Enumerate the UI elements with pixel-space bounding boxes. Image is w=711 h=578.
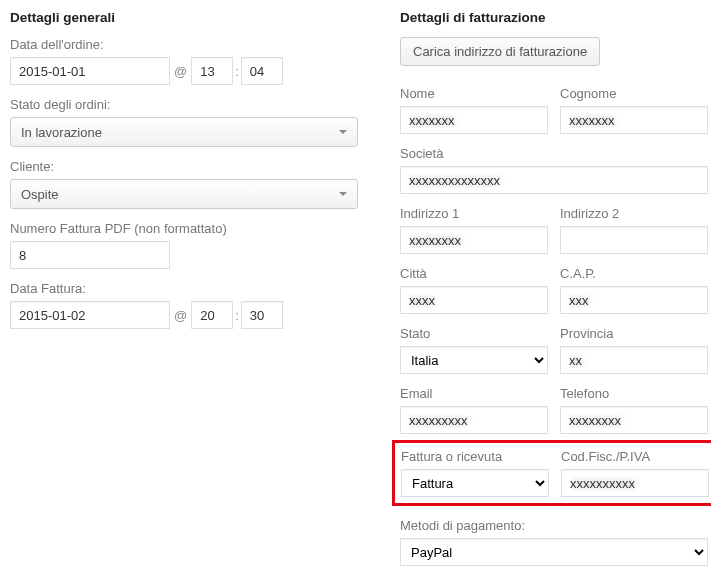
address2-input[interactable]	[560, 226, 708, 254]
postcode-label: C.A.P.	[560, 266, 708, 281]
address1-label: Indirizzo 1	[400, 206, 548, 221]
invoice-or-receipt-label: Fattura o ricevuta	[401, 449, 549, 464]
postcode-input[interactable]	[560, 286, 708, 314]
city-input[interactable]	[400, 286, 548, 314]
order-date-label: Data dell'ordine:	[10, 37, 370, 52]
phone-input[interactable]	[560, 406, 708, 434]
at-symbol: @	[174, 64, 187, 79]
fiscal-code-label: Cod.Fisc./P.IVA	[561, 449, 709, 464]
customer-value: Ospite	[21, 187, 59, 202]
email-input[interactable]	[400, 406, 548, 434]
lastname-label: Cognome	[560, 86, 708, 101]
lastname-input[interactable]	[560, 106, 708, 134]
order-min-input[interactable]	[241, 57, 283, 85]
highlight-box: Fattura o ricevuta Fattura Cod.Fisc./P.I…	[392, 440, 711, 506]
customer-select[interactable]: Ospite	[10, 179, 358, 209]
order-status-value: In lavorazione	[21, 125, 102, 140]
state-label: Stato	[400, 326, 548, 341]
email-label: Email	[400, 386, 548, 401]
general-heading: Dettagli generali	[10, 10, 370, 25]
order-hour-input[interactable]	[191, 57, 233, 85]
invoice-number-input[interactable]	[10, 241, 170, 269]
billing-heading: Dettagli di fatturazione	[400, 10, 710, 25]
at-symbol-2: @	[174, 308, 187, 323]
city-label: Città	[400, 266, 548, 281]
time-colon-2: :	[235, 308, 239, 323]
company-label: Società	[400, 146, 708, 161]
invoice-date-label: Data Fattura:	[10, 281, 370, 296]
address2-label: Indirizzo 2	[560, 206, 708, 221]
order-status-select[interactable]: In lavorazione	[10, 117, 358, 147]
invoice-min-input[interactable]	[241, 301, 283, 329]
province-input[interactable]	[560, 346, 708, 374]
phone-label: Telefono	[560, 386, 708, 401]
firstname-label: Nome	[400, 86, 548, 101]
order-date-input[interactable]	[10, 57, 170, 85]
customer-label: Cliente:	[10, 159, 370, 174]
province-label: Provincia	[560, 326, 708, 341]
load-billing-address-button[interactable]: Carica indirizzo di fatturazione	[400, 37, 600, 66]
state-select[interactable]: Italia	[400, 346, 548, 374]
payment-method-label: Metodi di pagamento:	[400, 518, 708, 533]
invoice-number-label: Numero Fattura PDF (non formattato)	[10, 221, 370, 236]
firstname-input[interactable]	[400, 106, 548, 134]
invoice-date-input[interactable]	[10, 301, 170, 329]
invoice-or-receipt-select[interactable]: Fattura	[401, 469, 549, 497]
company-input[interactable]	[400, 166, 708, 194]
invoice-hour-input[interactable]	[191, 301, 233, 329]
address1-input[interactable]	[400, 226, 548, 254]
payment-method-select[interactable]: PayPal	[400, 538, 708, 566]
status-label: Stato degli ordini:	[10, 97, 370, 112]
fiscal-code-input[interactable]	[561, 469, 709, 497]
time-colon: :	[235, 64, 239, 79]
